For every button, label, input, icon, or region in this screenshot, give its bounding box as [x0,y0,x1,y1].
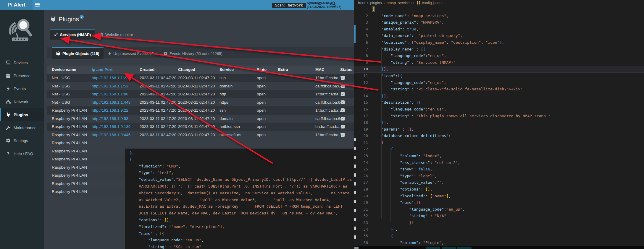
overlay-code-line-8: as Watched_Value2, 'null' as Watched_Val… [130,197,352,204]
sidebar-item-network[interactable]: Network [0,95,44,108]
sidebar-item-presence[interactable]: Presence [0,69,44,82]
table-row: Net - USGhttp://192.168.1.1:802023-03-11… [47,90,354,98]
code-line-28: 28 "options": [], [354,186,644,193]
cell-changed: 2023-03-11 02:47:20 [178,98,217,107]
ip-port-link[interactable]: http://192.168.1.9:22 [92,108,128,113]
plug-icon [50,17,56,24]
breadcrumb-item-plugins[interactable]: plugins [370,1,382,5]
ip-port-link[interactable]: http://192.168.1.1:53 [92,84,128,88]
cell-ip-port: http://192.168.1.1:22 [92,74,138,82]
status-checkbox[interactable]: ✓ [341,125,345,128]
breadcrumb-item-front[interactable]: front [358,1,365,5]
ip-port-link[interactable]: http://192.168.1.1:80 [92,92,128,96]
cell-created: 2023-03-11 02:47:20 [140,82,178,90]
cell-changed: 2023-03-11 02:47:20 [178,123,217,131]
cell-state: open [257,82,275,90]
clipped-checkbox [354,235,356,239]
breadcrumb-item-...[interactable]: ... [444,1,447,5]
cell-state: open [257,115,275,123]
status-checkbox[interactable]: ✓ [341,76,345,80]
status-checkbox[interactable]: ✓ [341,100,345,104]
status-checkbox[interactable]: ✓ [341,92,345,96]
overlay-code-line-3: "function": "CMD", [130,163,352,170]
code-line-30: 30 "name":[{ [354,199,644,206]
breadcrumb-item-nmap_services[interactable]: nmap_services [387,1,411,5]
editor-sash[interactable] [354,25,356,43]
sidebar-item-maintenance[interactable]: Maintenance [0,121,44,134]
code-line-9: 9 "string" : "Services (NMAP)" [354,59,644,66]
line-number: 28 [354,186,368,193]
sidebar-item-help-faq[interactable]: ?Help / FAQ [0,147,44,160]
column-header-service[interactable]: Service [219,66,252,74]
satellite-dish-icon [54,32,58,37]
cell-ip-port: http://192.168.1.1:53 [92,82,138,90]
editor-code[interactable]: 1{2 "code_name": "nmap_services",3 "uniq… [354,6,644,246]
subtab-events-history-50-out-of-1265[interactable]: Events History (50 out of 1265) [159,48,227,59]
code-line-35: 35 { [354,233,644,240]
sidebar-item-devices[interactable]: Devices [0,56,44,69]
sidebar-toggle-icon[interactable] [35,3,40,6]
code-line-6: 6 "localized": ["display_name", "descrip… [354,39,644,46]
status-checkbox[interactable]: ✓ [341,108,345,112]
help-badge[interactable]: ? [80,15,84,19]
column-header-created[interactable]: Created [140,66,178,74]
cell-service: domain [219,115,252,123]
overlay-code-line-1: }, [130,149,352,156]
ip-port-link[interactable]: http://192.168.1.9:53 [92,116,128,121]
cell-state: open [257,90,275,98]
cell-created: 2023-03-11 02:47:20 [140,131,178,139]
ip-port-link[interactable]: http://192.168.1.9:139 [92,124,130,129]
cell-device-name: Raspberry Pi 4 LAN [52,180,90,188]
status-checkbox[interactable]: ✓ [341,117,345,121]
bolt-icon [108,52,111,56]
column-header-ip-and-port[interactable]: Ip and Port [92,66,138,74]
overlay-code-line-13: "name" : [{ [130,230,352,237]
line-number: 26 [354,173,368,180]
cell-ip-port: http://192.168.1.9:445 [92,131,138,139]
cell-mac: ba:ba:ff:ca:ba:0c [315,123,352,131]
breadcrumb[interactable]: front›plugins›nmap_services›{}config.jso… [354,0,644,6]
code-line-23: 23 "column": "Index", [354,153,644,160]
code-line-24: 24 "css_classes": "col-sm-2", [354,160,644,166]
tab-services-nmap[interactable]: Services (NMAP) [50,29,95,40]
table-row: Raspberry Pi 4 LANhttp://192.168.1.9:139… [47,123,354,131]
pialert-logo-graphic [7,16,36,50]
vscode-editor-pane[interactable]: front›plugins›nmap_services›{}config.jso… [354,0,644,249]
ip-port-link[interactable]: http://192.168.1.9:445 [92,133,130,137]
brand-logo[interactable]: Pi.Alert [0,0,33,10]
code-line-26: 26 "type": "label", [354,173,644,180]
cell-service: domain [219,82,252,90]
table-header-row[interactable]: Device nameIp and PortCreatedChangedServ… [47,66,354,74]
code-line-32: 32 "string" : "N/A" [354,213,644,219]
code-line-1: 1{ [354,6,644,13]
table-row: Raspberry Pi 4 LANhttp://192.168.1.9:532… [47,115,354,123]
cell-changed: 2023-03-11 02:47:20 [178,106,217,115]
subtab-plugin-objects-115[interactable]: Plugin Objects (115) [52,47,104,59]
cell-changed: 2023-03-11 02:47:20 [178,131,217,139]
column-header-changed[interactable]: Changed [178,66,217,74]
sidebar-item-events[interactable]: Events [0,82,44,95]
ip-port-link[interactable]: http://192.168.1.1:22 [92,76,128,80]
column-header-extra[interactable]: Extra [278,66,305,74]
cell-device-name: Net - USG [52,90,90,98]
table-row: Net - USGhttp://192.168.1.1:532023-03-11… [47,82,354,90]
sidebar-item-settings[interactable]: Settings [0,134,44,147]
code-line-10: 10 }], [354,66,644,73]
column-header-state[interactable]: State [257,66,275,74]
clock-icon [164,52,167,56]
line-number: 1 [354,6,368,13]
line-number: 23 [354,153,368,160]
subtab-unprocessed-events-0[interactable]: Unprocessed Events (0) [104,48,159,59]
code-line-22: 22 { [354,146,644,153]
status-checkbox[interactable]: ✓ [341,133,345,137]
status-checkbox[interactable]: ✓ [341,84,345,88]
sidebar-item-plugins[interactable]: Plugins [0,108,44,121]
settings-icon [6,138,11,143]
cell-service: https [219,98,252,107]
cell-created: 2023-03-11 02:47:20 [140,98,178,107]
column-header-device-name[interactable]: Device name [52,66,90,74]
breadcrumb-item-config.json[interactable]: {}config.json [416,1,440,5]
tab-website-monitor[interactable]: Website monitor [95,30,137,40]
ip-port-link[interactable]: http://192.168.1.1:443 [92,100,130,105]
cell-device-name: Raspberry Pi 4 LAN [52,115,90,123]
